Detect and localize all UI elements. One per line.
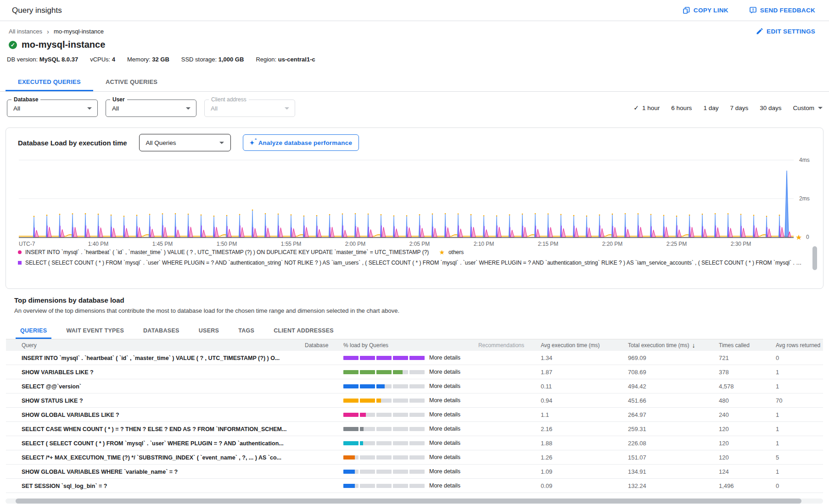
status-ok-icon: ✓ [9, 41, 17, 49]
load-bar-segment [376, 356, 392, 360]
query-text[interactable]: INSERT INTO `mysql` . `heartbeat` ( `id`… [22, 355, 280, 361]
breadcrumb-all-instances[interactable]: All instances [9, 28, 42, 35]
query-cell: SHOW STATUS LIKE ? [6, 397, 305, 404]
filter-value: All [13, 105, 20, 112]
time-option-6-hours[interactable]: 6 hours [671, 105, 692, 111]
column-header-rows[interactable]: Avg rows returned [776, 342, 823, 349]
load-bar [343, 427, 425, 431]
more-details-link[interactable]: More details [429, 369, 460, 375]
query-text[interactable]: SELECT @@`version` [22, 383, 81, 390]
total-execution-time-cell: 494.42 [628, 383, 719, 390]
detail-label: vCPUs: [90, 56, 112, 63]
times-called-cell: 1,496 [719, 482, 776, 489]
more-details-link[interactable]: More details [429, 354, 460, 361]
detail-value: 1,000 GB [218, 56, 244, 63]
avg-rows-returned-cell: 70 [776, 397, 823, 404]
load-cell: More details [343, 411, 476, 418]
query-text[interactable]: SHOW STATUS LIKE ? [22, 398, 83, 404]
more-details-link[interactable]: More details [429, 411, 460, 418]
more-details-link[interactable]: More details [429, 397, 460, 404]
avg-execution-time-cell: 2.16 [541, 426, 628, 432]
query-text[interactable]: SHOW VARIABLES LIKE ? [22, 369, 94, 376]
query-text[interactable]: SHOW GLOBAL VARIABLES WHERE `variable_na… [22, 469, 178, 475]
load-bar-segment [393, 399, 408, 403]
time-option-1-hour[interactable]: ✓1 hour [633, 104, 660, 111]
query-text[interactable]: SELECT ( SELECT COUNT ( * ) FROM `mysql`… [22, 440, 284, 447]
query-text[interactable]: SHOW GLOBAL VARIABLES LIKE ? [22, 412, 119, 418]
time-option-label: 1 hour [642, 105, 660, 111]
load-bar-segment [409, 399, 425, 403]
dimension-tab-client-addresses[interactable]: CLIENT ADDRESSES [269, 323, 338, 339]
time-option-7-days[interactable]: 7 days [730, 105, 748, 111]
query-text[interactable]: SELECT /*+ MAX_EXECUTION_TIME (?) */ `SU… [22, 454, 281, 461]
filter-label: Database [11, 96, 40, 103]
load-bar-segment [376, 384, 392, 388]
load-bar-segment [376, 413, 392, 417]
send-feedback-button[interactable]: SEND FEEDBACK [747, 6, 818, 14]
more-details-link[interactable]: More details [429, 454, 460, 460]
load-bar-segment [393, 484, 408, 488]
dimension-tab-queries[interactable]: QUERIES [16, 323, 51, 339]
time-option-30-days[interactable]: 30 days [760, 105, 781, 111]
more-details-link[interactable]: More details [429, 482, 460, 489]
avg-execution-time-cell: 1.88 [541, 440, 628, 447]
svg-text:2:10 PM: 2:10 PM [474, 241, 494, 247]
column-header-times[interactable]: Times called [719, 342, 776, 349]
copy-link-button[interactable]: COPY LINK [680, 6, 731, 14]
analyze-database-performance-button[interactable]: ✦ Analyze database performance [243, 134, 359, 151]
legend-scrollbar[interactable] [812, 246, 817, 270]
tab-active-queries[interactable]: ACTIVE QUERIES [93, 74, 170, 91]
filter-user[interactable]: UserAll [106, 100, 196, 117]
dimensions-title: Top dimensions by database load [6, 296, 823, 304]
more-details-link[interactable]: More details [429, 426, 460, 432]
dimension-tab-databases[interactable]: DATABASES [139, 323, 184, 339]
tab-executed-queries[interactable]: EXECUTED QUERIES [6, 74, 93, 91]
legend-item: INSERT INTO `mysql` . `heartbeat` ( `id`… [18, 249, 429, 255]
times-called-cell: 120 [719, 440, 776, 447]
time-option-1-day[interactable]: 1 day [703, 105, 718, 111]
query-cell: SELECT @@`version` [6, 383, 305, 390]
horizontal-scrollbar-thumb[interactable] [16, 498, 801, 504]
table-row: SET SESSION `sql_log_bin` = ?More detail… [6, 479, 823, 493]
load-bar-segment [343, 484, 358, 488]
column-header-avg[interactable]: Avg execution time (ms) [541, 342, 628, 349]
load-cell: More details [343, 369, 476, 375]
dimension-tab-users[interactable]: USERS [194, 323, 224, 339]
total-execution-time-cell: 259.31 [628, 426, 719, 432]
svg-text:2:20 PM: 2:20 PM [602, 241, 623, 247]
column-header-load[interactable]: % load by Queries [343, 342, 476, 349]
load-bar-segment [393, 455, 408, 460]
total-execution-time-cell: 151.07 [628, 454, 719, 461]
column-header-query[interactable]: Query [6, 342, 305, 349]
filter-database[interactable]: DatabaseAll [7, 100, 98, 117]
more-details-link[interactable]: More details [429, 468, 460, 475]
header-actions: COPY LINK SEND FEEDBACK [680, 6, 818, 14]
detail-label: Memory: [127, 56, 152, 63]
query-text[interactable]: SELECT CASE WHEN COUNT ( * ) = ? THEN ? … [22, 426, 286, 432]
column-header-total[interactable]: Total execution time (ms)↓ [628, 342, 719, 349]
load-bar-segment [376, 484, 392, 488]
column-header-database[interactable]: Database [305, 342, 343, 349]
total-execution-time-cell: 226.08 [628, 440, 719, 447]
dimension-tab-tags[interactable]: TAGS [234, 323, 259, 339]
queries-table: QueryDatabase% load by QueriesRecommenda… [6, 339, 823, 493]
load-bar-fill [409, 356, 425, 360]
load-bar [343, 384, 425, 388]
avg-rows-returned-cell: 1 [776, 440, 823, 447]
load-bar-segment [360, 384, 375, 388]
dimension-tab-wait-event-types[interactable]: WAIT EVENT TYPES [62, 323, 129, 339]
load-bar-fill [360, 413, 366, 417]
query-text[interactable]: SET SESSION `sql_log_bin` = ? [22, 483, 107, 489]
load-bar-fill [343, 441, 358, 445]
avg-rows-returned-cell: 5 [776, 454, 823, 461]
table-header-row: QueryDatabase% load by QueriesRecommenda… [6, 339, 823, 351]
column-header-recommendations[interactable]: Recommendations [476, 342, 541, 349]
time-option-custom[interactable]: Custom [793, 105, 823, 111]
load-bar-segment [409, 441, 425, 445]
sort-desc-icon[interactable]: ↓ [692, 342, 695, 349]
more-details-link[interactable]: More details [429, 440, 460, 446]
query-filter-select[interactable]: All Queries [139, 134, 231, 151]
svg-text:2:25 PM: 2:25 PM [667, 241, 687, 247]
more-details-link[interactable]: More details [429, 383, 460, 389]
edit-settings-button[interactable]: EDIT SETTINGS [753, 28, 818, 35]
